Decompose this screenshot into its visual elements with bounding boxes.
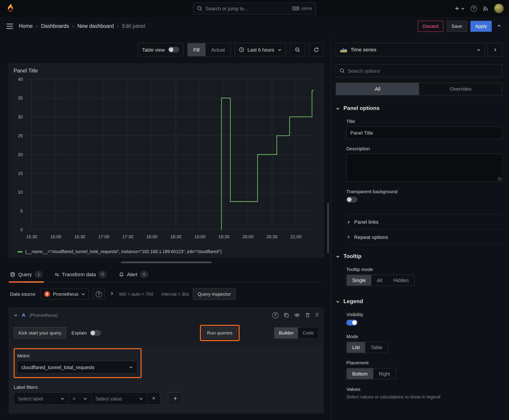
datasource-value: Prometheus: [53, 292, 78, 297]
breadcrumb-edit-panel: Edit panel: [122, 23, 145, 29]
query-count-badge: 1: [35, 271, 43, 278]
chevron-down-icon: [461, 6, 465, 11]
editor-tabs: Query 1 ⇆ Transform data 0 Alert 0: [9, 268, 324, 282]
chevron-down-icon: [336, 106, 340, 111]
hide-response-eye-icon[interactable]: [294, 313, 300, 318]
section-tooltip[interactable]: Tooltip: [336, 253, 502, 260]
description-textarea[interactable]: [346, 154, 502, 182]
metric-select[interactable]: cloudflared_tunnel_total_requests: [17, 361, 137, 373]
panel-preview: Panel Title 15:3016:0016:3017:0017:3018:…: [9, 64, 324, 258]
table-view-control[interactable]: Table view: [138, 43, 183, 57]
transform-icon: ⇆: [55, 271, 59, 277]
drag-grip-icon[interactable]: ⠿: [315, 312, 319, 318]
chevron-down-icon: [129, 365, 133, 369]
placement-right-option[interactable]: Right: [373, 368, 396, 379]
values-hint: Select values or calculations to show in…: [346, 394, 502, 399]
zoom-out-icon: [295, 47, 300, 52]
mode-table-option[interactable]: Table: [365, 342, 388, 353]
global-search-bar[interactable]: Search or jump to... ⌨ ctrl+k: [193, 2, 316, 15]
datasource-help-button[interactable]: ?: [93, 289, 105, 300]
legend-visibility-toggle[interactable]: [346, 320, 357, 326]
section-legend[interactable]: Legend: [336, 298, 502, 305]
select-label-dropdown[interactable]: Select label: [14, 392, 69, 405]
tooltip-all-option[interactable]: All: [371, 275, 387, 286]
chart-legend[interactable]: {__name__="cloudflared_tunnel_total_requ…: [13, 248, 319, 255]
refresh-button[interactable]: [309, 43, 324, 57]
section-panel-options[interactable]: Panel options: [336, 105, 502, 112]
svg-text:16:30: 16:30: [74, 234, 85, 239]
datasource-picker[interactable]: Prometheus: [41, 289, 89, 300]
tooltip-single-option[interactable]: Single: [347, 275, 371, 286]
query-ref-id[interactable]: A: [22, 312, 25, 318]
code-option[interactable]: Code: [298, 327, 319, 338]
breadcrumb-home[interactable]: Home: [19, 23, 33, 29]
breadcrumb-new-dashboard[interactable]: New dashboard: [77, 23, 114, 29]
builder-option[interactable]: Builder: [274, 327, 298, 338]
tab-alert[interactable]: Alert 0: [118, 268, 150, 282]
help-button[interactable]: ?: [471, 5, 477, 11]
time-range-picker[interactable]: Last 6 hours: [235, 43, 286, 57]
panel-resize-handle[interactable]: [121, 262, 212, 263]
help-icon[interactable]: ?: [273, 312, 279, 318]
panel-view-toolbar: Table view Fill Actual Last 6 hours: [9, 43, 324, 57]
query-inspector-button[interactable]: Query inspector: [193, 288, 236, 300]
description-label: Description: [346, 146, 502, 151]
toggle-viz-picker-button[interactable]: [488, 43, 503, 57]
tooltip-hidden-option[interactable]: Hidden: [388, 275, 414, 286]
collapse-header-button[interactable]: [495, 22, 503, 30]
select-value-placeholder: Select value: [95, 396, 122, 401]
transparent-bg-toggle[interactable]: [346, 197, 357, 202]
save-button[interactable]: Save: [447, 21, 467, 32]
grafana-logo[interactable]: [5, 3, 15, 14]
chevron-down-icon: [83, 397, 87, 401]
duplicate-icon[interactable]: [284, 313, 289, 318]
table-view-toggle[interactable]: [168, 47, 179, 52]
add-filter-button[interactable]: +: [168, 392, 182, 405]
scrollbar[interactable]: [327, 203, 329, 253]
chart-area[interactable]: 15:3016:0016:3017:0017:3018:0018:3019:00…: [13, 74, 319, 248]
new-menu-button[interactable]: [455, 6, 465, 11]
options-search-input[interactable]: [348, 68, 499, 74]
placement-bottom-option[interactable]: Bottom: [347, 368, 373, 379]
run-queries-button[interactable]: Run queries: [202, 327, 237, 339]
panel-links-section[interactable]: Panel links: [346, 214, 502, 230]
operator-value: =: [73, 396, 76, 401]
query-row-header[interactable]: A (Prometheus) ?: [9, 308, 323, 322]
actual-option[interactable]: Actual: [205, 43, 230, 56]
apply-button[interactable]: Apply: [470, 21, 492, 32]
chevron-right-icon: ›: [72, 23, 74, 30]
discard-button[interactable]: Discard: [418, 21, 443, 32]
fill-option[interactable]: Fill: [187, 43, 205, 56]
panel-title-input[interactable]: [346, 127, 502, 139]
tab-overrides[interactable]: Overrides: [419, 83, 502, 95]
chevron-down-icon[interactable]: [14, 313, 18, 317]
remove-filter-button[interactable]: ×: [147, 392, 160, 405]
operator-dropdown[interactable]: =: [69, 392, 91, 405]
kick-start-button[interactable]: Kick start your query: [14, 327, 66, 339]
tab-all[interactable]: All: [336, 83, 419, 95]
options-tabs: All Overrides: [336, 82, 502, 95]
select-value-dropdown[interactable]: Select value: [91, 392, 147, 405]
menu-toggle[interactable]: [6, 23, 14, 30]
panel-options-pane: Time series All: [331, 36, 509, 420]
run-queries-highlight: Run queries: [200, 325, 240, 341]
legend-series-marker: [17, 251, 23, 252]
options-search[interactable]: [336, 64, 502, 77]
query-options-expander[interactable]: [109, 292, 115, 297]
trash-icon[interactable]: [305, 313, 310, 318]
news-button[interactable]: [483, 6, 488, 11]
tab-query[interactable]: Query 1: [9, 268, 44, 282]
panel-title: Panel Title: [13, 67, 319, 75]
mode-list-option[interactable]: List: [347, 342, 365, 353]
max-datapoints-summary: MD = auto = 704: [119, 292, 153, 297]
repeat-options-section[interactable]: Repeat options: [346, 230, 502, 245]
zoom-out-button[interactable]: [290, 43, 305, 57]
explain-toggle[interactable]: [90, 330, 101, 336]
tab-transform-label: Transform data: [62, 271, 96, 277]
breadcrumb-dashboards[interactable]: Dashboards: [41, 23, 69, 29]
visualization-picker[interactable]: Time series: [336, 43, 485, 57]
user-avatar[interactable]: [494, 4, 504, 13]
chevron-up-icon: [497, 24, 501, 28]
tab-transform[interactable]: ⇆ Transform data 0: [54, 268, 108, 282]
legend-series-label[interactable]: {__name__="cloudflared_tunnel_total_requ…: [25, 249, 222, 254]
